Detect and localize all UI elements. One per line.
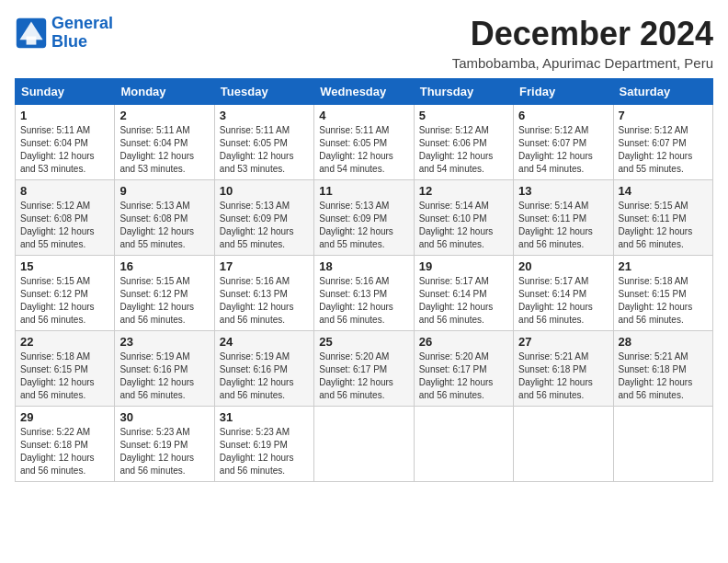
- day-number: 27: [518, 335, 608, 349]
- sunset-label: Sunset: 6:11 PM: [518, 213, 586, 224]
- calendar-week-row: 22 Sunrise: 5:18 AM Sunset: 6:15 PM Dayl…: [16, 331, 713, 407]
- daylight-label: Daylight: 12 hours and 56 minutes.: [20, 377, 95, 400]
- sunrise-label: Sunrise: 5:13 AM: [220, 201, 290, 211]
- calendar-cell: 19 Sunrise: 5:17 AM Sunset: 6:14 PM Dayl…: [414, 256, 513, 331]
- weekday-header-monday: Monday: [115, 79, 214, 105]
- daylight-label: Daylight: 12 hours and 56 minutes.: [419, 226, 494, 249]
- day-info: Sunrise: 5:21 AM Sunset: 6:18 PM Dayligh…: [518, 350, 608, 402]
- sunset-label: Sunset: 6:09 PM: [319, 213, 387, 224]
- sunrise-label: Sunrise: 5:18 AM: [20, 351, 90, 362]
- sunset-label: Sunset: 6:13 PM: [319, 289, 387, 299]
- logo-icon: [15, 17, 48, 50]
- daylight-label: Daylight: 12 hours and 54 minutes.: [518, 151, 593, 174]
- daylight-label: Daylight: 12 hours and 56 minutes.: [319, 377, 393, 400]
- sunrise-label: Sunrise: 5:15 AM: [20, 276, 90, 286]
- day-number: 24: [220, 335, 309, 349]
- calendar-cell: 6 Sunrise: 5:12 AM Sunset: 6:07 PM Dayli…: [514, 105, 613, 180]
- day-number: 6: [518, 109, 608, 122]
- day-number: 10: [220, 184, 309, 198]
- day-number: 26: [419, 335, 508, 349]
- daylight-label: Daylight: 12 hours and 55 minutes.: [220, 226, 294, 249]
- calendar-cell: 24 Sunrise: 5:19 AM Sunset: 6:16 PM Dayl…: [214, 331, 313, 407]
- sunrise-label: Sunrise: 5:23 AM: [220, 427, 290, 437]
- daylight-label: Daylight: 12 hours and 53 minutes.: [220, 151, 294, 174]
- sunset-label: Sunset: 6:04 PM: [20, 138, 88, 148]
- day-info: Sunrise: 5:15 AM Sunset: 6:12 PM Dayligh…: [119, 275, 209, 327]
- calendar-cell: [613, 407, 712, 482]
- day-number: 22: [20, 335, 109, 349]
- calendar-cell: 16 Sunrise: 5:15 AM Sunset: 6:12 PM Dayl…: [115, 256, 214, 331]
- sunset-label: Sunset: 6:16 PM: [119, 364, 188, 374]
- sunrise-label: Sunrise: 5:17 AM: [518, 276, 588, 286]
- sunset-label: Sunset: 6:19 PM: [220, 440, 288, 450]
- weekday-header-friday: Friday: [514, 79, 613, 105]
- sunrise-label: Sunrise: 5:11 AM: [319, 125, 389, 135]
- day-number: 12: [419, 184, 508, 198]
- daylight-label: Daylight: 12 hours and 56 minutes.: [20, 453, 95, 476]
- day-number: 5: [419, 109, 508, 122]
- calendar-cell: 4 Sunrise: 5:11 AM Sunset: 6:05 PM Dayli…: [314, 105, 414, 180]
- day-number: 15: [20, 259, 109, 273]
- sunset-label: Sunset: 6:08 PM: [20, 213, 88, 224]
- daylight-label: Daylight: 12 hours and 53 minutes.: [20, 151, 95, 174]
- day-number: 23: [119, 335, 209, 349]
- calendar-cell: 5 Sunrise: 5:12 AM Sunset: 6:06 PM Dayli…: [414, 105, 513, 180]
- day-info: Sunrise: 5:14 AM Sunset: 6:10 PM Dayligh…: [419, 200, 508, 251]
- day-info: Sunrise: 5:13 AM Sunset: 6:08 PM Dayligh…: [119, 200, 209, 251]
- sunset-label: Sunset: 6:07 PM: [619, 138, 687, 148]
- calendar-week-row: 8 Sunrise: 5:12 AM Sunset: 6:08 PM Dayli…: [16, 180, 713, 256]
- sunset-label: Sunset: 6:14 PM: [518, 289, 586, 299]
- sunrise-label: Sunrise: 5:11 AM: [20, 125, 90, 135]
- sunset-label: Sunset: 6:12 PM: [119, 289, 188, 299]
- daylight-label: Daylight: 12 hours and 55 minutes.: [119, 226, 194, 249]
- daylight-label: Daylight: 12 hours and 56 minutes.: [619, 302, 693, 325]
- calendar-cell: 27 Sunrise: 5:21 AM Sunset: 6:18 PM Dayl…: [514, 331, 613, 407]
- sunrise-label: Sunrise: 5:19 AM: [220, 351, 290, 362]
- daylight-label: Daylight: 12 hours and 56 minutes.: [220, 302, 294, 325]
- day-info: Sunrise: 5:12 AM Sunset: 6:07 PM Dayligh…: [518, 124, 608, 176]
- sunrise-label: Sunrise: 5:16 AM: [220, 276, 290, 286]
- day-number: 7: [619, 109, 708, 122]
- daylight-label: Daylight: 12 hours and 56 minutes.: [518, 302, 593, 325]
- calendar-cell: 13 Sunrise: 5:14 AM Sunset: 6:11 PM Dayl…: [514, 180, 613, 256]
- calendar-cell: 1 Sunrise: 5:11 AM Sunset: 6:04 PM Dayli…: [16, 105, 115, 180]
- calendar-cell: [414, 407, 513, 482]
- day-info: Sunrise: 5:20 AM Sunset: 6:17 PM Dayligh…: [319, 350, 408, 402]
- day-number: 25: [319, 335, 408, 349]
- sunrise-label: Sunrise: 5:20 AM: [319, 351, 389, 362]
- day-number: 14: [619, 184, 708, 198]
- sunrise-label: Sunrise: 5:15 AM: [619, 201, 688, 211]
- sunrise-label: Sunrise: 5:23 AM: [119, 427, 189, 437]
- daylight-label: Daylight: 12 hours and 56 minutes.: [419, 377, 494, 400]
- day-number: 19: [419, 259, 508, 273]
- sunrise-label: Sunrise: 5:13 AM: [319, 201, 389, 211]
- day-info: Sunrise: 5:23 AM Sunset: 6:19 PM Dayligh…: [220, 426, 309, 477]
- calendar-cell: 18 Sunrise: 5:16 AM Sunset: 6:13 PM Dayl…: [314, 256, 414, 331]
- day-info: Sunrise: 5:12 AM Sunset: 6:07 PM Dayligh…: [619, 124, 708, 176]
- day-number: 29: [20, 410, 109, 424]
- day-number: 3: [220, 109, 309, 122]
- day-info: Sunrise: 5:14 AM Sunset: 6:11 PM Dayligh…: [518, 200, 608, 251]
- day-number: 2: [119, 109, 209, 122]
- calendar-cell: 28 Sunrise: 5:21 AM Sunset: 6:18 PM Dayl…: [613, 331, 712, 407]
- sunset-label: Sunset: 6:18 PM: [20, 440, 88, 450]
- sunrise-label: Sunrise: 5:12 AM: [419, 125, 489, 135]
- day-info: Sunrise: 5:13 AM Sunset: 6:09 PM Dayligh…: [319, 200, 408, 251]
- calendar-cell: [314, 407, 414, 482]
- daylight-label: Daylight: 12 hours and 56 minutes.: [619, 226, 693, 249]
- sunrise-label: Sunrise: 5:18 AM: [619, 276, 688, 286]
- calendar-cell: 2 Sunrise: 5:11 AM Sunset: 6:04 PM Dayli…: [115, 105, 214, 180]
- day-info: Sunrise: 5:16 AM Sunset: 6:13 PM Dayligh…: [319, 275, 408, 327]
- daylight-label: Daylight: 12 hours and 56 minutes.: [518, 226, 593, 249]
- logo: General Blue: [15, 15, 113, 52]
- sunrise-label: Sunrise: 5:11 AM: [220, 125, 290, 135]
- calendar-cell: 8 Sunrise: 5:12 AM Sunset: 6:08 PM Dayli…: [16, 180, 115, 256]
- page-header: General Blue December 2024 Tambobamba, A…: [15, 15, 713, 71]
- calendar-cell: 10 Sunrise: 5:13 AM Sunset: 6:09 PM Dayl…: [214, 180, 313, 256]
- daylight-label: Daylight: 12 hours and 56 minutes.: [419, 302, 494, 325]
- daylight-label: Daylight: 12 hours and 56 minutes.: [119, 453, 194, 476]
- day-info: Sunrise: 5:16 AM Sunset: 6:13 PM Dayligh…: [220, 275, 309, 327]
- sunset-label: Sunset: 6:08 PM: [119, 213, 188, 224]
- calendar-cell: 17 Sunrise: 5:16 AM Sunset: 6:13 PM Dayl…: [214, 256, 313, 331]
- day-info: Sunrise: 5:15 AM Sunset: 6:11 PM Dayligh…: [619, 200, 708, 251]
